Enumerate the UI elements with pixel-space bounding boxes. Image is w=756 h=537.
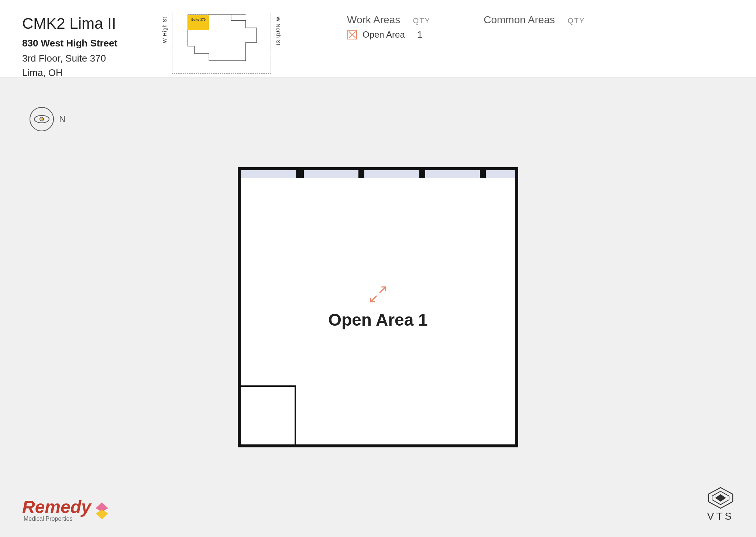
svg-line-10 <box>371 296 377 302</box>
floor-plan-main: Open Area 1 <box>238 167 518 447</box>
remedy-logo: Remedy Medical Properties <box>22 497 111 522</box>
common-areas-qty-label: QTY <box>568 17 585 25</box>
svg-marker-17 <box>715 494 726 502</box>
common-areas-section: Common Areas QTY <box>484 14 585 26</box>
thumbnail-street-left: W High St <box>162 17 168 43</box>
remedy-name: Remedy <box>22 497 91 517</box>
work-areas-qty-label: QTY <box>413 17 430 25</box>
floor-plan-outer: Open Area 1 <box>238 167 518 447</box>
work-areas-item-qty-0: 1 <box>417 30 422 40</box>
work-areas-item-label-0: Open Area <box>362 30 405 40</box>
thumbnail-street-right: W North St <box>275 17 281 45</box>
property-title: CMK2 Lima II <box>22 15 140 32</box>
open-area-label-container: Open Area 1 <box>328 285 427 330</box>
vts-label: VTS <box>707 510 734 522</box>
compass: N <box>30 107 65 131</box>
remedy-subtitle: Medical Properties <box>24 516 111 522</box>
property-address-bold: 830 West High Street <box>22 38 140 49</box>
property-info: CMK2 Lima II 830 West High Street 3rd Fl… <box>22 11 140 80</box>
thumbnail-map: Suite 370 Suite 370 <box>172 13 271 74</box>
remedy-top-row: Remedy <box>22 497 111 517</box>
open-area-text: Open Area 1 <box>328 310 427 330</box>
work-areas-section: Work Areas QTY Open Area 1 <box>347 14 430 40</box>
common-areas-title: Common Areas <box>484 14 555 25</box>
header-panel: CMK2 Lima II 830 West High Street 3rd Fl… <box>0 0 756 77</box>
remedy-logo-stack: Remedy Medical Properties <box>22 497 111 522</box>
svg-text:Suite 370: Suite 370 <box>191 18 206 21</box>
property-address-line1: 3rd Floor, Suite 370 <box>22 51 140 66</box>
vts-icon <box>708 487 733 509</box>
compass-circle <box>30 107 54 131</box>
bottom-alcove <box>241 385 296 444</box>
work-areas-title: Work Areas <box>347 14 400 25</box>
work-areas-item-0: Open Area 1 <box>347 30 430 40</box>
svg-rect-0 <box>188 15 209 30</box>
vts-logo: VTS <box>707 487 734 522</box>
thumbnail-floor-plan: W High St W North St Suite 370 Suite 370 <box>162 13 281 74</box>
compass-n-label: N <box>59 114 65 124</box>
open-area-icon <box>347 30 357 40</box>
expand-icon <box>328 285 427 304</box>
top-windows <box>241 170 515 178</box>
main-content: N <box>0 77 756 537</box>
svg-line-11 <box>379 287 385 293</box>
areas-legend: Work Areas QTY Open Area 1 Common Areas <box>347 11 637 40</box>
